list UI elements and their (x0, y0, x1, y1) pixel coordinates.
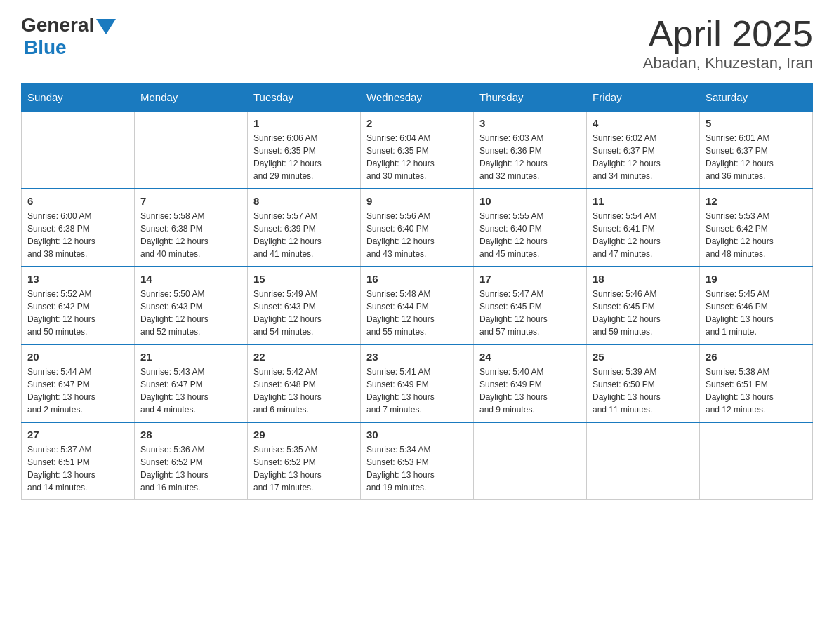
day-number: 23 (366, 351, 468, 363)
day-number: 8 (253, 195, 355, 207)
day-number: 13 (27, 273, 128, 285)
day-info: Sunrise: 6:00 AMSunset: 6:38 PMDaylight:… (27, 210, 128, 260)
day-number: 27 (27, 429, 128, 441)
calendar-cell-w2-d5: 10Sunrise: 5:55 AMSunset: 6:40 PMDayligh… (474, 189, 587, 267)
day-info: Sunrise: 6:01 AMSunset: 6:37 PMDaylight:… (706, 132, 807, 182)
calendar-cell-w4-d7: 26Sunrise: 5:38 AMSunset: 6:51 PMDayligh… (700, 344, 813, 422)
day-info: Sunrise: 5:38 AMSunset: 6:51 PMDaylight:… (706, 365, 807, 416)
page-header: General Blue April 2025 Abadan, Khuzesta… (21, 14, 813, 72)
day-info: Sunrise: 5:56 AMSunset: 6:40 PMDaylight:… (366, 210, 468, 260)
calendar-cell-w1-d2 (135, 111, 248, 189)
day-number: 6 (27, 195, 128, 207)
day-number: 29 (253, 429, 355, 441)
day-info: Sunrise: 5:54 AMSunset: 6:41 PMDaylight:… (593, 210, 694, 260)
calendar-cell-w4-d6: 25Sunrise: 5:39 AMSunset: 6:50 PMDayligh… (587, 344, 700, 422)
day-number: 2 (366, 117, 468, 129)
day-number: 7 (140, 195, 241, 207)
day-info: Sunrise: 5:40 AMSunset: 6:49 PMDaylight:… (479, 365, 581, 416)
day-info: Sunrise: 5:43 AMSunset: 6:47 PMDaylight:… (140, 365, 241, 416)
day-info: Sunrise: 6:06 AMSunset: 6:35 PMDaylight:… (253, 132, 355, 182)
day-number: 20 (27, 351, 128, 363)
day-number: 18 (593, 273, 694, 285)
logo: General Blue (21, 14, 116, 59)
title-block: April 2025 Abadan, Khuzestan, Iran (643, 14, 813, 72)
day-number: 30 (366, 429, 468, 441)
calendar-cell-w1-d3: 1Sunrise: 6:06 AMSunset: 6:35 PMDaylight… (248, 111, 361, 189)
day-number: 26 (706, 351, 807, 363)
calendar-cell-w1-d5: 3Sunrise: 6:03 AMSunset: 6:36 PMDaylight… (474, 111, 587, 189)
calendar-cell-w3-d4: 16Sunrise: 5:48 AMSunset: 6:44 PMDayligh… (361, 267, 474, 344)
day-info: Sunrise: 5:34 AMSunset: 6:53 PMDaylight:… (366, 443, 468, 494)
week-row-3: 13Sunrise: 5:52 AMSunset: 6:42 PMDayligh… (22, 267, 813, 344)
logo-triangle-icon (96, 19, 116, 34)
page-subtitle: Abadan, Khuzestan, Iran (643, 54, 813, 72)
day-number: 22 (253, 351, 355, 363)
calendar-header-row: Sunday Monday Tuesday Wednesday Thursday… (22, 84, 813, 112)
day-number: 5 (706, 117, 807, 129)
col-thursday: Thursday (474, 84, 587, 112)
week-row-4: 20Sunrise: 5:44 AMSunset: 6:47 PMDayligh… (22, 344, 813, 422)
day-info: Sunrise: 5:41 AMSunset: 6:49 PMDaylight:… (366, 365, 468, 416)
week-row-2: 6Sunrise: 6:00 AMSunset: 6:38 PMDaylight… (22, 189, 813, 267)
calendar-cell-w3-d1: 13Sunrise: 5:52 AMSunset: 6:42 PMDayligh… (22, 267, 135, 344)
calendar-cell-w4-d2: 21Sunrise: 5:43 AMSunset: 6:47 PMDayligh… (135, 344, 248, 422)
day-info: Sunrise: 5:58 AMSunset: 6:38 PMDaylight:… (140, 210, 241, 260)
day-info: Sunrise: 6:03 AMSunset: 6:36 PMDaylight:… (479, 132, 581, 182)
day-number: 1 (253, 117, 355, 129)
calendar-cell-w4-d5: 24Sunrise: 5:40 AMSunset: 6:49 PMDayligh… (474, 344, 587, 422)
calendar-cell-w3-d2: 14Sunrise: 5:50 AMSunset: 6:43 PMDayligh… (135, 267, 248, 344)
calendar-cell-w2-d4: 9Sunrise: 5:56 AMSunset: 6:40 PMDaylight… (361, 189, 474, 267)
calendar-cell-w1-d6: 4Sunrise: 6:02 AMSunset: 6:37 PMDaylight… (587, 111, 700, 189)
logo-general-text: General (21, 14, 94, 36)
calendar-cell-w4-d1: 20Sunrise: 5:44 AMSunset: 6:47 PMDayligh… (22, 344, 135, 422)
day-number: 19 (706, 273, 807, 285)
calendar-cell-w2-d1: 6Sunrise: 6:00 AMSunset: 6:38 PMDaylight… (22, 189, 135, 267)
col-sunday: Sunday (22, 84, 135, 112)
calendar-cell-w1-d7: 5Sunrise: 6:01 AMSunset: 6:37 PMDaylight… (700, 111, 813, 189)
day-info: Sunrise: 5:35 AMSunset: 6:52 PMDaylight:… (253, 443, 355, 494)
calendar-cell-w3-d3: 15Sunrise: 5:49 AMSunset: 6:43 PMDayligh… (248, 267, 361, 344)
week-row-5: 27Sunrise: 5:37 AMSunset: 6:51 PMDayligh… (22, 422, 813, 500)
calendar-cell-w3-d5: 17Sunrise: 5:47 AMSunset: 6:45 PMDayligh… (474, 267, 587, 344)
day-info: Sunrise: 5:37 AMSunset: 6:51 PMDaylight:… (27, 443, 128, 494)
day-info: Sunrise: 6:04 AMSunset: 6:35 PMDaylight:… (366, 132, 468, 182)
day-info: Sunrise: 5:50 AMSunset: 6:43 PMDaylight:… (140, 288, 241, 338)
day-info: Sunrise: 5:49 AMSunset: 6:43 PMDaylight:… (253, 288, 355, 338)
day-number: 16 (366, 273, 468, 285)
col-monday: Monday (135, 84, 248, 112)
col-friday: Friday (587, 84, 700, 112)
day-number: 15 (253, 273, 355, 285)
day-number: 4 (593, 117, 694, 129)
calendar-cell-w2-d6: 11Sunrise: 5:54 AMSunset: 6:41 PMDayligh… (587, 189, 700, 267)
day-info: Sunrise: 5:55 AMSunset: 6:40 PMDaylight:… (479, 210, 581, 260)
day-number: 25 (593, 351, 694, 363)
day-info: Sunrise: 6:02 AMSunset: 6:37 PMDaylight:… (593, 132, 694, 182)
calendar-cell-w4-d4: 23Sunrise: 5:41 AMSunset: 6:49 PMDayligh… (361, 344, 474, 422)
week-row-1: 1Sunrise: 6:06 AMSunset: 6:35 PMDaylight… (22, 111, 813, 189)
col-tuesday: Tuesday (248, 84, 361, 112)
day-number: 14 (140, 273, 241, 285)
calendar-cell-w2-d7: 12Sunrise: 5:53 AMSunset: 6:42 PMDayligh… (700, 189, 813, 267)
col-saturday: Saturday (700, 84, 813, 112)
calendar-cell-w3-d6: 18Sunrise: 5:46 AMSunset: 6:45 PMDayligh… (587, 267, 700, 344)
day-info: Sunrise: 5:57 AMSunset: 6:39 PMDaylight:… (253, 210, 355, 260)
page-title: April 2025 (643, 14, 813, 54)
day-info: Sunrise: 5:39 AMSunset: 6:50 PMDaylight:… (593, 365, 694, 416)
day-info: Sunrise: 5:42 AMSunset: 6:48 PMDaylight:… (253, 365, 355, 416)
day-info: Sunrise: 5:48 AMSunset: 6:44 PMDaylight:… (366, 288, 468, 338)
day-info: Sunrise: 5:36 AMSunset: 6:52 PMDaylight:… (140, 443, 241, 494)
day-number: 24 (479, 351, 581, 363)
day-number: 17 (479, 273, 581, 285)
calendar-cell-w5-d3: 29Sunrise: 5:35 AMSunset: 6:52 PMDayligh… (248, 422, 361, 500)
calendar-cell-w5-d5 (474, 422, 587, 500)
col-wednesday: Wednesday (361, 84, 474, 112)
calendar-cell-w1-d1 (22, 111, 135, 189)
day-number: 10 (479, 195, 581, 207)
calendar-cell-w2-d2: 7Sunrise: 5:58 AMSunset: 6:38 PMDaylight… (135, 189, 248, 267)
day-number: 11 (593, 195, 694, 207)
calendar-cell-w1-d4: 2Sunrise: 6:04 AMSunset: 6:35 PMDaylight… (361, 111, 474, 189)
calendar-cell-w5-d4: 30Sunrise: 5:34 AMSunset: 6:53 PMDayligh… (361, 422, 474, 500)
day-number: 3 (479, 117, 581, 129)
calendar-table: Sunday Monday Tuesday Wednesday Thursday… (21, 83, 813, 500)
day-number: 9 (366, 195, 468, 207)
